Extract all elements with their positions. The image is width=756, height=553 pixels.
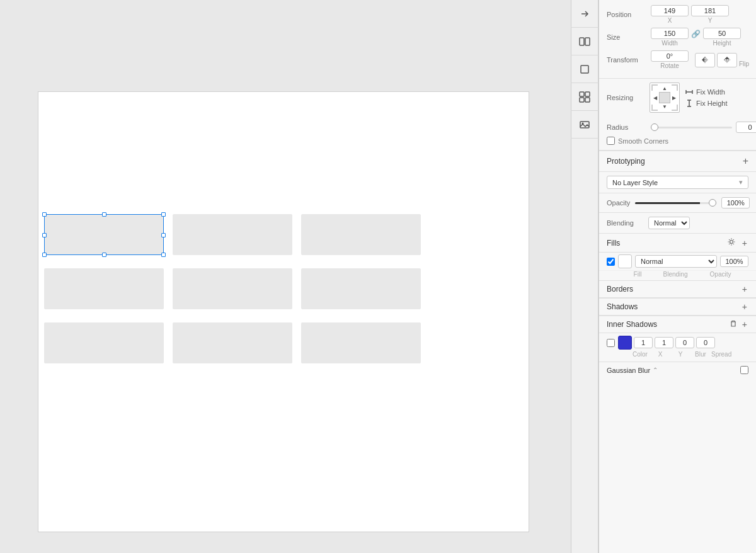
image-tool-icon[interactable]	[571, 111, 598, 139]
x-input-group: X	[651, 5, 689, 24]
inner-shadow-spread-input[interactable]	[696, 337, 715, 348]
height-input[interactable]	[703, 28, 741, 39]
width-label: Width	[662, 40, 678, 47]
inner-shadow-checkbox[interactable]	[607, 339, 615, 347]
position-inputs: X Y	[651, 5, 729, 24]
inner-shadow-blur-label: Blur	[691, 351, 710, 358]
opacity-row: Opacity	[607, 197, 748, 208]
flip-vertical-button[interactable]	[717, 53, 737, 67]
flip-h-icon	[701, 55, 709, 64]
fill-color-swatch[interactable]	[618, 254, 632, 268]
resize-arrow-bottom: ▼	[662, 104, 667, 110]
flip-horizontal-button[interactable]	[695, 53, 715, 67]
shadows-section-header: Shadows +	[599, 298, 756, 316]
resizing-label: Resizing	[607, 94, 644, 101]
inner-shadows-add-button[interactable]: +	[741, 319, 748, 329]
grid-item-6[interactable]	[301, 268, 421, 309]
shadows-add-button[interactable]: +	[741, 302, 748, 312]
opacity-slider[interactable]	[635, 202, 716, 204]
resizing-widget[interactable]: ◀ ▶ ▲ ▼	[650, 83, 680, 113]
x-input[interactable]	[651, 5, 689, 16]
opacity-input[interactable]	[721, 197, 750, 208]
transform-label: Transform	[607, 56, 651, 64]
fills-label: Fills	[607, 239, 620, 248]
resizing-section: Resizing ◀ ▶ ▲ ▼ Fix Width	[599, 79, 756, 117]
y-input[interactable]	[691, 5, 729, 16]
smooth-corners-label: Smooth Corners	[618, 137, 668, 145]
flip-v-icon	[723, 55, 731, 64]
arrow-right-icon[interactable]	[571, 0, 598, 28]
fix-height-option: Fix Height	[685, 99, 728, 108]
grid-item-4[interactable]	[44, 268, 164, 309]
rotate-label: Rotate	[660, 62, 679, 69]
square-tool-icon[interactable]	[571, 55, 598, 83]
inner-shadow-y-label: Y	[671, 351, 690, 358]
fill-row: Normal	[599, 253, 756, 271]
layer-style-section: No Layer Style ▾	[599, 172, 756, 193]
rotate-input[interactable]	[651, 50, 689, 62]
grid-tool-icon[interactable]	[571, 83, 598, 111]
svg-rect-5	[580, 98, 584, 102]
position-label: Position	[607, 11, 651, 18]
height-label: Height	[713, 40, 731, 47]
fill-blending-dropdown[interactable]: Normal	[635, 255, 717, 268]
layout-columns-icon[interactable]	[571, 28, 598, 55]
width-input-group: Width	[651, 28, 689, 47]
fills-settings-button[interactable]	[726, 237, 737, 248]
inner-shadows-label: Inner Shadows	[607, 320, 657, 329]
radius-section: Radius Smooth Corners	[599, 117, 756, 151]
inner-shadows-actions: +	[728, 319, 748, 329]
opacity-label: Opacity	[607, 199, 630, 207]
borders-label: Borders	[607, 285, 633, 294]
grid-item-8[interactable]	[173, 322, 292, 363]
canvas-grid	[44, 214, 421, 368]
properties-panel: Position X Y Size Width 🔗	[598, 0, 756, 553]
fill-opacity-input[interactable]	[720, 256, 748, 267]
svg-rect-6	[585, 98, 590, 102]
radius-input[interactable]	[736, 122, 756, 133]
inner-shadow-blur-input[interactable]	[675, 337, 694, 348]
fix-options: Fix Width Fix Height	[685, 88, 728, 108]
svg-rect-3	[580, 92, 584, 96]
blending-section: Blending Normal	[599, 213, 756, 234]
borders-add-button[interactable]: +	[741, 284, 748, 294]
inner-shadow-x-input[interactable]	[634, 337, 653, 348]
resize-corner-tl	[651, 84, 658, 91]
inner-shadow-color-swatch[interactable]	[618, 336, 632, 350]
fix-height-label: Fix Height	[696, 100, 728, 107]
gaussian-blur-checkbox[interactable]	[740, 366, 748, 374]
fill-opacity-label: Opacity	[706, 271, 735, 278]
svg-rect-0	[580, 38, 584, 45]
inner-shadow-y-input[interactable]	[655, 337, 673, 348]
fix-width-option: Fix Width	[685, 88, 728, 96]
layer-style-dropdown[interactable]: No Layer Style ▾	[607, 176, 748, 189]
inner-shadows-delete-button[interactable]	[728, 319, 738, 329]
fills-add-button[interactable]: +	[741, 238, 748, 248]
grid-item-5[interactable]	[173, 268, 292, 309]
transform-row: Transform Rotate	[607, 50, 748, 69]
gear-icon	[727, 237, 736, 246]
lock-icon[interactable]: 🔗	[691, 28, 701, 47]
fills-header: Fills +	[599, 234, 756, 253]
inner-shadow-spread-label: Spread	[711, 351, 730, 358]
grid-item-2[interactable]	[173, 214, 292, 255]
prototyping-add-button[interactable]: +	[743, 156, 748, 166]
resize-corner-br	[672, 105, 678, 111]
gaussian-label: Gaussian Blur ⌃	[607, 367, 658, 374]
grid-item-3[interactable]	[301, 214, 421, 255]
opacity-section: Opacity	[599, 193, 756, 213]
grid-item-7[interactable]	[44, 322, 164, 363]
fill-blending-label: Blending	[647, 271, 704, 278]
fill-label: Fill	[631, 271, 644, 278]
fix-height-icon	[685, 99, 694, 108]
fill-enabled-checkbox[interactable]	[607, 258, 615, 266]
radius-controls	[651, 122, 756, 133]
width-input[interactable]	[651, 28, 689, 39]
blending-dropdown[interactable]: Normal	[648, 217, 690, 229]
smooth-corners-checkbox[interactable]	[607, 137, 615, 145]
inner-shadow-color-label: Color	[631, 351, 650, 358]
grid-item-9[interactable]	[301, 322, 421, 363]
radius-slider[interactable]	[651, 127, 732, 128]
resize-corner-tr	[672, 84, 678, 91]
grid-item-1[interactable]	[44, 214, 164, 259]
